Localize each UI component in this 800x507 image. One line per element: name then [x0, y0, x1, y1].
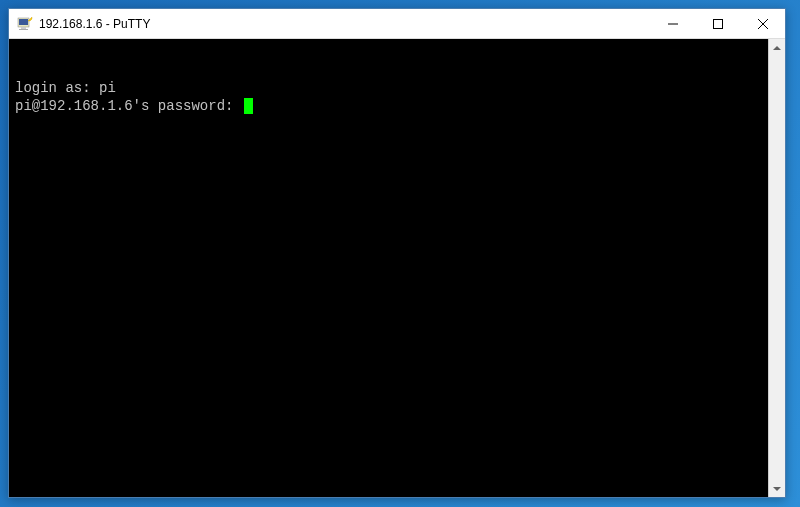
terminal-line: pi@192.168.1.6's password: — [15, 97, 762, 115]
svg-rect-3 — [19, 29, 28, 30]
password-prompt: pi@192.168.1.6's password: — [15, 98, 242, 114]
svg-rect-1 — [19, 19, 28, 25]
scroll-down-button[interactable] — [769, 480, 785, 497]
chevron-down-icon — [773, 487, 781, 491]
svg-rect-5 — [713, 19, 722, 28]
minimize-button[interactable] — [650, 9, 695, 38]
client-area: login as: pipi@192.168.1.6's password: — [9, 39, 785, 497]
vertical-scrollbar[interactable] — [768, 39, 785, 497]
window-title: 192.168.1.6 - PuTTY — [39, 17, 650, 31]
terminal-cursor — [244, 98, 253, 114]
terminal-line: login as: pi — [15, 79, 762, 97]
titlebar[interactable]: 192.168.1.6 - PuTTY — [9, 9, 785, 39]
putty-icon — [17, 16, 33, 32]
scroll-track[interactable] — [769, 56, 785, 480]
putty-window: 192.168.1.6 - PuTTY login as: pipi@192.1… — [8, 8, 786, 498]
chevron-up-icon — [773, 46, 781, 50]
close-button[interactable] — [740, 9, 785, 38]
window-controls — [650, 9, 785, 38]
login-input: pi — [99, 80, 116, 96]
scroll-up-button[interactable] — [769, 39, 785, 56]
terminal[interactable]: login as: pipi@192.168.1.6's password: — [9, 39, 768, 497]
svg-rect-2 — [21, 27, 26, 29]
maximize-button[interactable] — [695, 9, 740, 38]
login-prompt: login as: — [15, 80, 99, 96]
